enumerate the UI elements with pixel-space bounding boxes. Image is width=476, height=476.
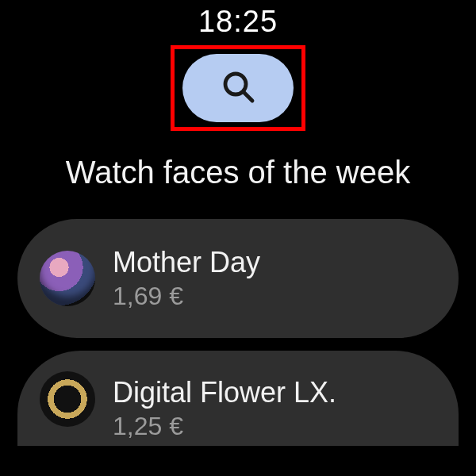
list-item-title: Digital Flower LX. — [113, 376, 336, 409]
search-icon — [219, 67, 257, 109]
list-item-price: 1,25 € — [113, 412, 336, 441]
search-button[interactable] — [182, 54, 294, 122]
search-highlight-annotation — [171, 45, 305, 131]
svg-line-1 — [244, 92, 252, 101]
status-time: 18:25 — [0, 0, 476, 39]
watch-face-list: Mother Day 1,69 € Digital Flower LX. 1,2… — [0, 219, 476, 446]
list-item-text: Digital Flower LX. 1,25 € — [113, 376, 336, 441]
section-heading: Watch faces of the week — [0, 155, 476, 190]
list-item-title: Mother Day — [113, 246, 260, 278]
watch-face-thumbnail-icon — [40, 371, 95, 427]
list-item[interactable]: Mother Day 1,69 € — [17, 219, 459, 338]
list-item-text: Mother Day 1,69 € — [113, 246, 260, 311]
list-item[interactable]: Digital Flower LX. 1,25 € — [17, 351, 459, 446]
watch-face-thumbnail-icon — [40, 251, 95, 306]
list-item-price: 1,69 € — [113, 282, 260, 311]
